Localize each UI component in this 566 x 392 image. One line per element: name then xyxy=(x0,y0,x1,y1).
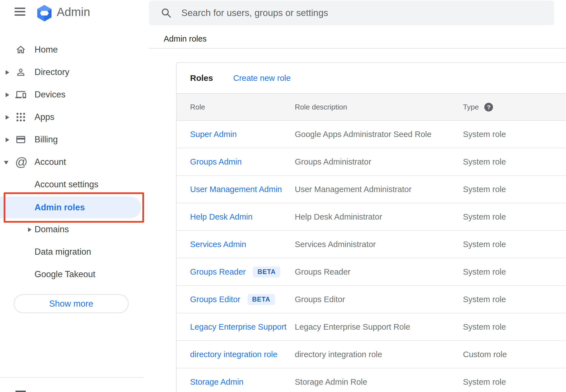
search-icon xyxy=(161,7,172,19)
expand-right-icon[interactable] xyxy=(28,227,31,232)
role-description: Groups Editor xyxy=(295,295,463,304)
role-description: Help Desk Administrator xyxy=(295,212,463,222)
table-row: Groups Reader BETA Groups Reader System … xyxy=(177,258,566,286)
beta-badge: BETA xyxy=(253,266,280,277)
role-type: System role xyxy=(463,130,566,139)
hamburger-menu-icon[interactable] xyxy=(15,8,25,16)
role-link[interactable]: Services Admin xyxy=(190,240,246,249)
role-description: Storage Admin Role xyxy=(295,377,463,387)
sidebar-item-label: Directory xyxy=(35,61,69,83)
collapse-down-icon[interactable] xyxy=(4,161,8,165)
sidebar-item-billing[interactable]: Billing xyxy=(0,128,149,151)
role-type: Custom role xyxy=(463,350,566,359)
column-header-role: Role xyxy=(190,103,295,111)
expand-right-icon[interactable] xyxy=(6,115,9,120)
role-link[interactable]: Help Desk Admin xyxy=(190,212,252,222)
person-icon xyxy=(15,67,26,78)
role-type: System role xyxy=(463,240,566,249)
search-input[interactable] xyxy=(181,8,554,18)
table-row: Legacy Enterprise Support Legacy Enterpr… xyxy=(177,313,566,341)
home-icon xyxy=(15,44,26,55)
sidebar-item-label: Devices xyxy=(35,83,65,106)
role-link[interactable]: Groups Editor xyxy=(190,295,240,304)
role-link[interactable]: directory integration role xyxy=(190,350,277,359)
sidebar-item-directory[interactable]: Directory xyxy=(0,61,149,83)
table-row: Super Admin Google Apps Administrator Se… xyxy=(177,121,566,148)
sidebar-item-account-settings[interactable]: Account settings xyxy=(0,173,149,196)
global-search-bar[interactable] xyxy=(149,1,554,25)
roles-card: Roles Create new role Role Role descript… xyxy=(176,62,566,392)
role-type: System role xyxy=(463,157,566,167)
sidebar-item-label: Apps xyxy=(35,106,54,128)
sidebar: Admin Home Directory Devices A xyxy=(0,0,149,392)
role-link[interactable]: Groups Admin xyxy=(190,157,242,167)
sidebar-item-home[interactable]: Home xyxy=(0,38,149,61)
sidebar-item-devices[interactable]: Devices xyxy=(0,83,149,106)
sidebar-item-label: Account settings xyxy=(35,173,98,196)
column-header-type: Type xyxy=(463,103,479,111)
sidebar-item-account[interactable]: @ Account xyxy=(0,151,149,173)
role-type: System role xyxy=(463,185,566,194)
sidebar-item-label: Data migration xyxy=(35,241,91,263)
help-icon[interactable]: ? xyxy=(484,103,493,111)
role-type: System role xyxy=(463,295,566,304)
role-description: Services Administrator xyxy=(295,240,463,249)
section-title: Roles xyxy=(190,73,213,83)
expand-right-icon[interactable] xyxy=(6,70,9,75)
sidebar-item-label: Google Takeout xyxy=(35,263,95,286)
sidebar-item-data-migration[interactable]: Data migration xyxy=(0,241,149,263)
app-title: Admin xyxy=(57,5,90,19)
role-description: Legacy Enterprise Support Role xyxy=(295,322,463,332)
role-description: User Management Administrator xyxy=(295,185,463,194)
sidebar-item-domains[interactable]: Domains xyxy=(0,218,149,241)
clipped-bottom-icon xyxy=(15,391,26,392)
table-header-row: Role Role description Type ? xyxy=(177,93,566,121)
table-row: Services Admin Services Administrator Sy… xyxy=(177,231,566,258)
expand-right-icon[interactable] xyxy=(6,93,9,97)
role-type: System role xyxy=(463,322,566,332)
table-row: Groups Admin Groups Administrator System… xyxy=(177,148,566,176)
table-row: User Management Admin User Management Ad… xyxy=(177,176,566,203)
sidebar-item-google-takeout[interactable]: Google Takeout xyxy=(0,263,149,286)
role-link[interactable]: Super Admin xyxy=(190,130,237,139)
roles-card-header: Roles Create new role xyxy=(177,63,566,93)
sidebar-item-admin-roles[interactable]: Admin roles xyxy=(35,196,85,219)
expand-right-icon[interactable] xyxy=(6,138,9,142)
role-type: System role xyxy=(463,267,566,277)
role-description: Google Apps Administrator Seed Role xyxy=(295,130,463,139)
page-title: Admin roles xyxy=(164,33,207,44)
sidebar-item-label: Billing xyxy=(35,128,58,151)
table-row: Help Desk Admin Help Desk Administrator … xyxy=(177,203,566,231)
beta-badge: BETA xyxy=(248,294,275,305)
table-row: Groups Editor BETA Groups Editor System … xyxy=(177,286,566,313)
sidebar-divider xyxy=(0,377,143,378)
table-row: directory integration role directory int… xyxy=(177,341,566,368)
header-divider xyxy=(149,48,566,49)
at-sign-icon: @ xyxy=(15,155,28,169)
sidebar-item-label: Account xyxy=(35,151,66,173)
devices-icon xyxy=(15,89,26,100)
role-link[interactable]: Groups Reader xyxy=(190,267,246,277)
credit-card-icon xyxy=(15,134,26,145)
sidebar-item-label: Domains xyxy=(35,218,69,241)
role-description: Groups Administrator xyxy=(295,157,463,167)
role-description: Groups Reader xyxy=(295,267,463,277)
table-row: Storage Admin Storage Admin Role System … xyxy=(177,368,566,392)
create-new-role-link[interactable]: Create new role xyxy=(233,74,291,83)
role-type: System role xyxy=(463,212,566,222)
role-type: System role xyxy=(463,377,566,387)
role-link[interactable]: Storage Admin xyxy=(190,377,243,387)
role-link[interactable]: Legacy Enterprise Support xyxy=(190,322,286,332)
apps-grid-icon xyxy=(15,112,26,122)
column-header-role-description: Role description xyxy=(295,103,463,111)
show-more-button[interactable]: Show more xyxy=(14,294,129,313)
role-link[interactable]: User Management Admin xyxy=(190,185,282,194)
sidebar-item-label: Home xyxy=(35,38,58,61)
role-description: directory integration role xyxy=(295,350,463,359)
admin-hexagon-logo xyxy=(35,4,53,22)
sidebar-item-apps[interactable]: Apps xyxy=(0,106,149,128)
